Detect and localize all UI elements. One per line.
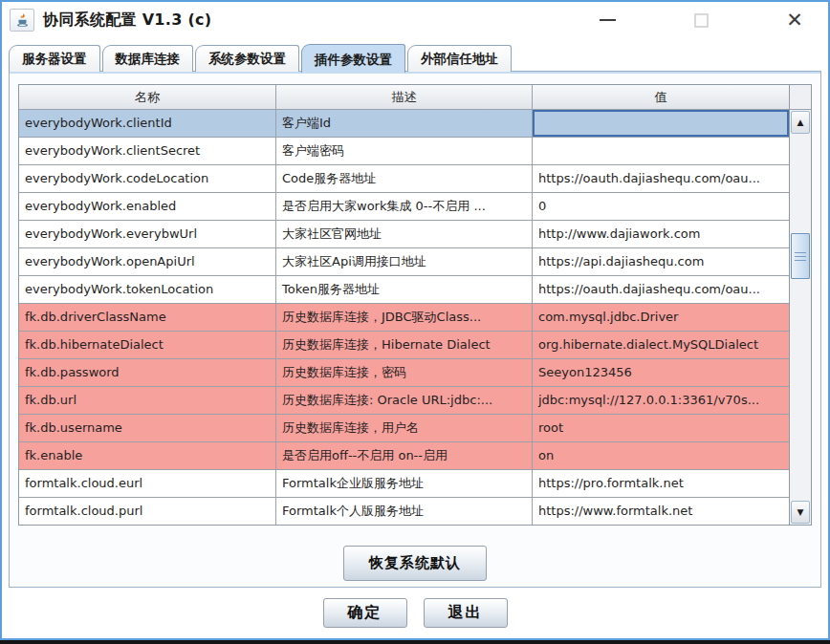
cell-value: https://api.dajiashequ.com [533, 248, 789, 276]
cell-value: com.mysql.jdbc.Driver [533, 304, 789, 332]
cell-value: https://oauth.dajiashequ.com/oau... [533, 165, 789, 193]
table-row[interactable]: formtalk.cloud.eurl Formtalk企业版服务地址 http… [19, 470, 789, 498]
cell-name: fk.db.url [19, 387, 276, 415]
table-row[interactable]: everybodyWork.tokenLocation Token服务器地址 h… [19, 276, 789, 304]
maximize-icon [694, 13, 709, 28]
table-row[interactable]: everybodyWork.openApiUrl 大家社区Api调用接口地址 h… [19, 248, 789, 276]
table-row[interactable]: fk.db.password 历史数据库连接，密码 Seeyon123456 [19, 359, 789, 387]
window-title: 协同系统配置 V1.3 (c) [43, 11, 211, 31]
restore-row: 恢复系统默认 [10, 546, 820, 581]
cell-value: http://www.dajiawork.com [533, 221, 789, 248]
cell-name: everybodyWork.tokenLocation [19, 276, 276, 304]
cell-name: formtalk.cloud.eurl [19, 470, 276, 498]
cell-name: everybodyWork.openApiUrl [19, 248, 276, 276]
coffee-cup-icon [14, 12, 31, 29]
cell-description: 大家社区官网地址 [276, 221, 533, 248]
table-row[interactable]: fk.db.username 历史数据库连接，用户名 root [19, 415, 789, 442]
table-row[interactable]: everybodyWork.codeLocation Code服务器地址 htt… [19, 165, 789, 193]
cell-value: on [533, 442, 789, 470]
cell-description: Formtalk企业版服务地址 [276, 470, 533, 498]
cell-description: Token服务器地址 [276, 276, 533, 304]
window-controls: ✕ [593, 8, 815, 32]
close-button[interactable]: ✕ [780, 8, 809, 32]
table-row[interactable]: fk.db.hibernateDialect 历史数据库连接，Hibernate… [19, 332, 789, 359]
cell-name: fk.db.username [19, 415, 276, 442]
cell-name: formtalk.cloud.purl [19, 498, 276, 525]
cell-value [533, 138, 789, 165]
tab-服务器设置[interactable]: 服务器设置 [9, 45, 100, 72]
scroll-up-icon: ▲ [797, 118, 804, 127]
cell-description: Code服务器地址 [276, 165, 533, 193]
tab-插件参数设置[interactable]: 插件参数设置 [301, 44, 405, 73]
app-window: 协同系统配置 V1.3 (c) ✕ 服务器设置 数据库连接 系统参数设置 插件参… [0, 0, 830, 640]
cell-description: 大家社区Api调用接口地址 [276, 248, 533, 276]
java-app-icon [10, 9, 34, 32]
cell-value: jdbc:mysql://127.0.0.1:3361/v70s... [533, 387, 789, 415]
cell-name: fk.db.hibernateDialect [19, 332, 276, 359]
cell-value: https://oauth.dajiashequ.com/oau... [533, 276, 789, 304]
cell-description: 是否启用大家work集成 0--不启用 ... [276, 193, 533, 221]
table-row[interactable]: everybodyWork.everybwUrl 大家社区官网地址 http:/… [19, 221, 789, 248]
exit-button[interactable]: 退出 [424, 598, 508, 628]
scrollbar-thumb[interactable] [791, 233, 810, 279]
restore-defaults-button[interactable]: 恢复系统默认 [343, 546, 487, 581]
ok-button[interactable]: 确定 [323, 598, 407, 628]
tab-数据库连接[interactable]: 数据库连接 [102, 45, 194, 72]
cell-description: 历史数据库连接，Hibernate Dialect [276, 332, 533, 359]
close-icon: ✕ [786, 11, 803, 31]
cell-description: 客户端密码 [276, 138, 533, 165]
cell-value [533, 110, 789, 138]
title-bar: 协同系统配置 V1.3 (c) ✕ [2, 2, 828, 38]
cell-name: everybodyWork.clientSecret [19, 138, 276, 165]
scrollbar-track[interactable] [790, 135, 811, 500]
cell-description: 客户端Id [276, 110, 533, 138]
cell-description: 历史数据库连接: Oracle URL:jdbc:... [276, 387, 533, 415]
scrollbar-grip-icon [795, 252, 806, 261]
cell-name: fk.enable [19, 442, 276, 470]
cell-name: everybodyWork.codeLocation [19, 165, 276, 193]
cell-value: 0 [533, 193, 789, 221]
cell-description: 历史数据库连接，JDBC驱动Class... [276, 304, 533, 332]
table-row[interactable]: everybodyWork.clientSecret 客户端密码 [19, 138, 789, 165]
table-header-row: 名称 描述 值 [19, 85, 789, 110]
cell-description: 历史数据库连接，用户名 [276, 415, 533, 442]
dialog-button-bar: 确定 退出 [2, 588, 828, 638]
cell-value: https://pro.formtalk.net [533, 470, 789, 498]
tab-外部信任地址[interactable]: 外部信任地址 [407, 45, 512, 72]
table-row[interactable]: fk.db.driverClassName 历史数据库连接，JDBC驱动Clas… [19, 304, 789, 332]
table-row[interactable]: everybodyWork.clientId 客户端Id [19, 110, 789, 138]
cell-name: everybodyWork.clientId [19, 110, 276, 138]
column-header-name[interactable]: 名称 [19, 85, 276, 110]
column-header-value[interactable]: 值 [533, 85, 789, 110]
minimize-icon [600, 19, 616, 21]
table-body: everybodyWork.clientId 客户端Id everybodyWo… [19, 110, 789, 525]
column-header-description[interactable]: 描述 [276, 85, 533, 110]
vertical-scrollbar: ▲ ▼ [789, 85, 811, 525]
scroll-down-icon: ▼ [797, 507, 804, 517]
cell-description: Formtalk个人版服务地址 [276, 498, 533, 525]
minimize-button[interactable] [593, 8, 622, 32]
cell-name: everybodyWork.everybwUrl [19, 221, 276, 248]
scroll-up-button[interactable]: ▲ [791, 111, 810, 134]
cell-description: 历史数据库连接，密码 [276, 359, 533, 387]
cell-name: fk.db.driverClassName [19, 304, 276, 332]
scrollbar-header-corner [790, 85, 811, 110]
parameters-table: 名称 描述 值 everybodyWork.clientId 客户端Id eve… [18, 84, 812, 526]
cell-value: https://www.formtalk.net [533, 498, 789, 525]
cell-value: Seeyon123456 [533, 359, 789, 387]
cell-value: org.hibernate.dialect.MySQLDialect [533, 332, 789, 359]
cell-description: 是否启用off--不启用 on--启用 [276, 442, 533, 470]
tab-系统参数设置[interactable]: 系统参数设置 [195, 45, 299, 72]
scroll-down-button[interactable]: ▼ [791, 501, 810, 524]
table-row[interactable]: fk.db.url 历史数据库连接: Oracle URL:jdbc:... j… [19, 387, 789, 415]
plugin-settings-panel: 名称 描述 值 everybodyWork.clientId 客户端Id eve… [9, 71, 821, 588]
cell-name: fk.db.password [19, 359, 276, 387]
maximize-button [687, 8, 715, 32]
table-row[interactable]: everybodyWork.enabled 是否启用大家work集成 0--不启… [19, 193, 789, 221]
table-row[interactable]: fk.enable 是否启用off--不启用 on--启用 on [19, 442, 789, 470]
tab-bar: 服务器设置 数据库连接 系统参数设置 插件参数设置 外部信任地址 [2, 38, 828, 71]
screen-frame: 协同系统配置 V1.3 (c) ✕ 服务器设置 数据库连接 系统参数设置 插件参… [0, 0, 830, 644]
table-main: 名称 描述 值 everybodyWork.clientId 客户端Id eve… [19, 85, 789, 525]
table-row[interactable]: formtalk.cloud.purl Formtalk个人版服务地址 http… [19, 498, 789, 525]
cell-value: root [533, 415, 789, 442]
